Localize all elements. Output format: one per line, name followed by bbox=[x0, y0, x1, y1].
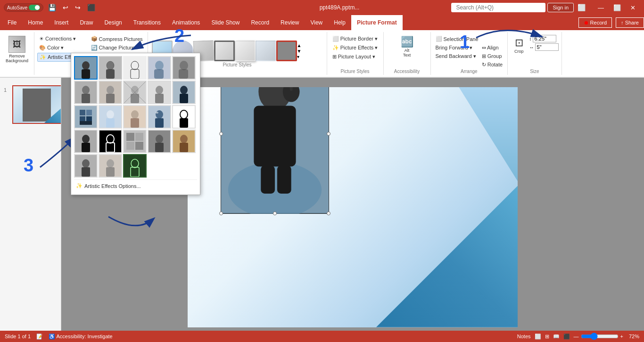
tab-slideshow[interactable]: Slide Show bbox=[206, 15, 245, 30]
artistic-effect-chalk[interactable] bbox=[123, 154, 147, 178]
close-button[interactable]: ✕ bbox=[626, 2, 640, 13]
title-bar-left: AutoSave 💾 ↩ ↪ ⬛ bbox=[4, 3, 228, 12]
artistic-effect-mosaic[interactable] bbox=[74, 105, 98, 129]
tab-record-btn[interactable]: ⏺ Record bbox=[578, 17, 612, 28]
presenter-view-icon[interactable]: ⬛ bbox=[563, 334, 570, 340]
artistic-effect-cutout[interactable] bbox=[172, 81, 196, 104]
rotate-button[interactable]: ↻ Rotate bbox=[480, 61, 504, 69]
artistic-effect-photocopy[interactable] bbox=[172, 105, 196, 129]
svg-rect-61 bbox=[82, 143, 90, 152]
artistic-effect-paint[interactable] bbox=[172, 130, 196, 153]
zoom-slider[interactable] bbox=[581, 333, 619, 340]
tab-help[interactable]: Help bbox=[328, 15, 351, 30]
undo-icon[interactable]: ↩ bbox=[61, 3, 70, 12]
color-icon: 🎨 bbox=[39, 45, 46, 51]
change-picture-button[interactable]: 🔄 Change Picture ▾ bbox=[89, 44, 145, 52]
tab-transitions[interactable]: Transitions bbox=[128, 15, 166, 30]
tab-home[interactable]: Home bbox=[22, 15, 49, 30]
picture-border-button[interactable]: ⬜ Picture Border ▾ bbox=[330, 35, 380, 43]
tab-design[interactable]: Design bbox=[99, 15, 127, 30]
custom-toolbar-icon[interactable]: ⬛ bbox=[85, 3, 97, 12]
artistic-effect-pastels[interactable] bbox=[123, 105, 147, 129]
artistic-effect-none[interactable] bbox=[74, 56, 98, 80]
height-icon: ↕ bbox=[529, 36, 532, 41]
zoom-out-icon[interactable]: — bbox=[574, 334, 579, 339]
tab-share-btn[interactable]: ↑ Share bbox=[616, 17, 644, 28]
tab-draw[interactable]: Draw bbox=[74, 15, 99, 30]
remove-background-button[interactable]: 🖼 RemoveBackground bbox=[3, 35, 31, 64]
send-backward-button[interactable]: Send Backward ▾ bbox=[434, 52, 478, 60]
tab-insert[interactable]: Insert bbox=[49, 15, 74, 30]
size-inputs: ↕ ↔ bbox=[529, 35, 559, 51]
artistic-effect-marker[interactable] bbox=[74, 130, 98, 153]
alt-text-button[interactable]: 🔤 AltText bbox=[396, 35, 417, 58]
pic-style-4[interactable] bbox=[214, 41, 235, 61]
selection-pane-button[interactable]: ⬜ Selection Pane bbox=[434, 35, 505, 43]
zoom-in-icon[interactable]: + bbox=[620, 334, 623, 339]
tab-view[interactable]: View bbox=[305, 15, 328, 30]
align-button[interactable]: ⇔ Align bbox=[480, 44, 504, 52]
color-button[interactable]: 🎨 Color ▾ bbox=[37, 44, 87, 52]
artistic-effect-glass[interactable] bbox=[99, 105, 122, 129]
slide-thumbnail-1[interactable] bbox=[12, 85, 61, 124]
ribbon-display-icon[interactable]: ⬜ bbox=[576, 3, 587, 12]
artistic-effect-filmgrain[interactable] bbox=[148, 130, 171, 153]
artistic-effect-watercolor[interactable] bbox=[148, 56, 171, 80]
corrections-button[interactable]: ☀ Corrections ▾ bbox=[37, 35, 87, 43]
artistic-effect-patchwork[interactable] bbox=[123, 130, 147, 153]
artistic-effects-options-link[interactable]: ✨ Artistic Effects Options... bbox=[74, 179, 197, 192]
height-input[interactable] bbox=[533, 35, 556, 42]
svg-rect-68 bbox=[126, 142, 134, 150]
handle-mid-left[interactable] bbox=[219, 132, 223, 136]
notes-button[interactable]: Notes bbox=[517, 334, 531, 339]
picture-effects-button[interactable]: ✨ Picture Effects ▾ bbox=[330, 44, 380, 52]
normal-view-icon[interactable]: ⬜ bbox=[535, 334, 541, 340]
gallery-down[interactable]: ▼ bbox=[297, 49, 302, 54]
slide-sorter-icon[interactable]: ⊞ bbox=[545, 334, 549, 340]
artistic-effect-crumpled[interactable] bbox=[99, 154, 122, 178]
handle-mid-right[interactable] bbox=[327, 132, 330, 136]
slide-image[interactable]: ⟳ bbox=[221, 87, 329, 214]
sign-in-button[interactable]: Sign in bbox=[547, 3, 574, 12]
picture-layout-button[interactable]: ⊞ Picture Layout ▾ bbox=[330, 53, 380, 61]
redo-icon[interactable]: ↪ bbox=[73, 3, 83, 12]
tab-record[interactable]: Record bbox=[245, 15, 275, 30]
pic-style-6[interactable] bbox=[256, 41, 276, 61]
gallery-more[interactable]: ▾ bbox=[297, 54, 302, 59]
autosave-toggle[interactable]: AutoSave bbox=[4, 3, 43, 12]
svg-rect-75 bbox=[180, 143, 188, 152]
artistic-effect-cement[interactable] bbox=[74, 81, 98, 104]
compress-pictures-button[interactable]: 📦 Compress Pictures bbox=[89, 35, 145, 43]
reading-view-icon[interactable]: 📖 bbox=[553, 334, 560, 340]
crop-button[interactable]: ⊡ Crop bbox=[511, 35, 528, 56]
maximize-button[interactable]: ⬜ bbox=[609, 2, 626, 13]
artistic-effect-line[interactable] bbox=[123, 56, 147, 80]
zoom-level[interactable]: 72% bbox=[625, 334, 639, 339]
group-objects-button[interactable]: ⊞ Group bbox=[480, 52, 504, 60]
artistic-effect-paintbrush[interactable] bbox=[74, 154, 98, 178]
artistic-effect-texture[interactable] bbox=[99, 81, 122, 104]
autosave-toggle-switch[interactable] bbox=[29, 5, 40, 10]
artistic-effect-crisscross[interactable] bbox=[123, 81, 147, 104]
tab-file[interactable]: File bbox=[2, 15, 22, 30]
search-input[interactable] bbox=[451, 3, 545, 12]
artistic-effect-blur[interactable] bbox=[172, 56, 196, 80]
svg-rect-72 bbox=[155, 143, 164, 152]
pic-style-7[interactable] bbox=[276, 41, 297, 61]
tab-pictureformat[interactable]: Picture Format bbox=[351, 15, 403, 30]
handle-bottom-mid[interactable] bbox=[273, 212, 277, 215]
save-icon[interactable]: 💾 bbox=[46, 3, 58, 12]
bring-forward-button[interactable]: Bring Forward ▾ bbox=[434, 44, 478, 52]
artistic-effect-pencil-gray[interactable] bbox=[148, 81, 171, 104]
minimize-button[interactable]: — bbox=[593, 2, 609, 13]
artistic-effect-pencil[interactable] bbox=[99, 56, 122, 80]
width-input[interactable] bbox=[535, 43, 559, 51]
handle-bottom-right[interactable] bbox=[327, 212, 330, 215]
tab-animations[interactable]: Animations bbox=[166, 15, 206, 30]
tab-review[interactable]: Review bbox=[275, 15, 305, 30]
handle-bottom-left[interactable] bbox=[219, 212, 223, 215]
pic-style-5[interactable] bbox=[235, 41, 256, 61]
artistic-effect-glow[interactable] bbox=[99, 130, 122, 153]
artistic-effect-plastic[interactable] bbox=[148, 105, 171, 129]
gallery-up[interactable]: ▲ bbox=[297, 43, 302, 48]
